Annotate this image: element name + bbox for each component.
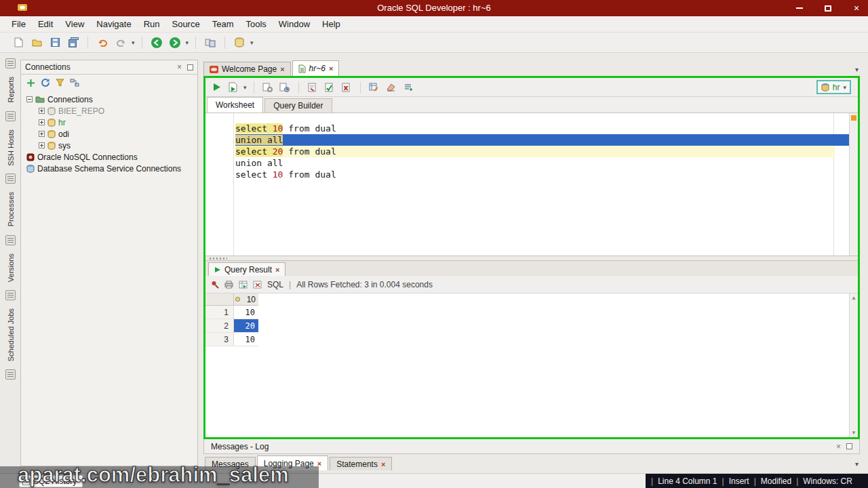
tab-close-icon[interactable]: × [381,460,385,468]
close-button[interactable]: × [849,2,864,14]
autotrace-button[interactable] [278,81,292,94]
save-button[interactable] [47,35,62,50]
commit-button[interactable] [323,81,336,94]
tree-node-schema-service[interactable]: Database Schema Service Connections [21,163,197,174]
processes-icon[interactable] [5,174,16,184]
explain-plan-button[interactable] [261,81,275,94]
tab-close-icon[interactable]: × [275,266,279,274]
scheduled-jobs-icon[interactable] [5,290,16,300]
tab-statements[interactable]: Statements× [330,457,392,470]
menu-run[interactable]: Run [138,17,166,31]
tab-worksheet[interactable]: Worksheet [207,97,263,113]
tab-close-icon[interactable]: × [280,65,284,73]
schema-browser-button[interactable] [70,79,79,87]
new-file-button[interactable] [11,35,26,50]
menu-file[interactable]: File [5,17,32,31]
code-line-5[interactable]: select 10 from dual [235,169,849,180]
sql-history-button[interactable]: SQL History [19,475,83,487]
menu-source[interactable]: Source [165,17,205,31]
tab-logging-page[interactable]: Logging Page× [257,455,329,470]
rail-tab-scheduled-jobs[interactable]: Scheduled Jobs [7,308,15,361]
code-line-2-selected[interactable]: union all [235,134,849,146]
tab-list-dropdown-icon[interactable]: ▾ [855,66,859,73]
menu-view[interactable]: View [59,17,90,31]
tree-node-hr[interactable]: hr [21,117,197,128]
rail-tab-versions[interactable]: Versions [7,253,15,282]
tab-query-result[interactable]: Query Result × [208,262,285,276]
code-line-1[interactable]: select 10 from dual [235,123,849,134]
save-all-button[interactable] [66,35,81,50]
tree-node-odi[interactable]: odi [21,128,197,140]
minimize-button[interactable] [792,2,807,14]
undo-button[interactable] [95,35,110,50]
cell-value-selected[interactable]: 20 [234,319,258,332]
run-script-button[interactable] [226,81,240,94]
filter-button[interactable] [56,79,64,87]
tree-node-sys[interactable]: sys [21,140,197,151]
code-line-4[interactable]: union all [235,157,849,169]
tab-close-icon[interactable]: × [317,460,321,468]
tab-messages[interactable]: Messages [205,457,256,470]
versions-icon[interactable] [5,235,16,245]
expand-icon[interactable] [39,108,45,114]
fetch-all-button[interactable] [239,281,248,289]
rail-tab-reports[interactable]: Reports [7,77,15,103]
ssh-hosts-icon[interactable] [5,111,16,121]
redo-button[interactable] [113,35,128,50]
panel-close-icon[interactable]: × [177,62,182,72]
refresh-button[interactable] [41,78,50,87]
compare-button[interactable] [203,35,218,50]
column-header-10[interactable]: 10 [234,293,258,305]
sql-label[interactable]: SQL [267,280,283,289]
messages-dock-icon[interactable] [846,443,852,449]
rollback-button[interactable] [340,81,353,94]
collapse-icon[interactable] [26,96,33,102]
editor-scrollbar[interactable] [849,113,858,256]
table-row[interactable]: 2 20 [205,319,258,333]
tree-node-biee-repo[interactable]: BIEE_REPO [21,105,197,117]
tree-node-connections-root[interactable]: Connections [21,94,197,105]
tab-worksheet-hr6[interactable]: hr~6 × [292,60,340,76]
splitter-grip[interactable] [210,258,227,260]
menu-edit[interactable]: Edit [32,17,59,31]
cell-value[interactable]: 10 [234,306,258,319]
log-tab-dropdown-icon[interactable]: ▾ [855,460,859,468]
back-button[interactable] [149,35,164,50]
maximize-button[interactable] [821,2,835,14]
sql-tuning-button[interactable] [306,81,319,94]
expand-icon[interactable] [39,119,45,125]
forward-dropdown-icon[interactable]: ▾ [186,39,189,46]
connections-dropdown-icon[interactable]: ▾ [250,39,254,46]
clear-button[interactable] [384,81,398,94]
connections-tool-button[interactable] [232,35,247,50]
rail-tab-ssh-hosts[interactable]: SSH Hosts [7,129,15,166]
menu-window[interactable]: Window [273,17,316,31]
messages-close-icon[interactable]: × [836,442,841,451]
menu-tools[interactable]: Tools [239,17,272,31]
query-builder-button[interactable] [368,81,381,94]
redo-dropdown-icon[interactable]: ▾ [132,39,135,46]
tab-close-icon[interactable]: × [329,64,333,73]
expand-icon[interactable] [39,142,45,148]
connection-dropdown-icon[interactable]: ▾ [843,84,846,91]
panel-dock-icon[interactable] [187,64,193,70]
table-row[interactable]: 3 10 [205,333,258,346]
editor-result-splitter[interactable] [205,256,858,261]
forward-button[interactable] [167,35,182,50]
tree-node-nosql[interactable]: Oracle NoSQL Connections [21,151,197,163]
result-scrollbar[interactable]: ▲ ▼ [849,293,858,437]
tab-query-builder[interactable]: Query Builder [264,98,332,113]
menu-navigate[interactable]: Navigate [90,17,137,31]
scroll-down-icon[interactable]: ▼ [851,430,856,436]
open-file-button[interactable] [29,35,44,50]
delete-result-button[interactable] [253,281,262,289]
cell-value[interactable]: 10 [234,333,258,346]
menu-help[interactable]: Help [316,17,347,31]
table-row[interactable]: 1 10 [205,306,258,319]
run-dropdown-icon[interactable]: ▾ [243,84,247,91]
connection-selector[interactable]: hr ▾ [816,80,851,94]
sql-editor[interactable]: select 10 from dual union all select 20 … [205,113,858,256]
run-statement-button[interactable] [210,81,223,94]
scroll-up-icon[interactable]: ▲ [851,295,856,301]
pin-button[interactable] [211,281,219,289]
